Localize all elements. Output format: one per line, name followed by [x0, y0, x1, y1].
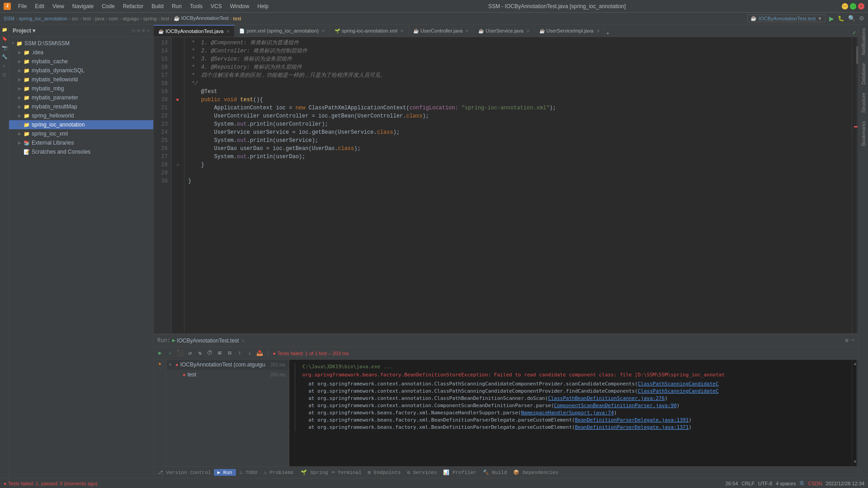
tree-item-external-libs[interactable]: ▶ 📚 External Libraries — [9, 138, 153, 147]
export-icon[interactable]: 📤 — [255, 349, 264, 358]
run-rerun-button[interactable]: ↺ — [185, 349, 194, 358]
sort-dur-icon[interactable]: ⏱ — [205, 349, 214, 358]
stack-link-6[interactable]: BeanDefinitionParserDelegate.java:1391 — [575, 417, 689, 423]
menu-edit[interactable]: Edit — [31, 2, 48, 10]
tab-usercontroller[interactable]: ☕ UserController.java ✕ — [409, 25, 474, 37]
expand-all-icon[interactable]: ⊞ — [215, 349, 224, 358]
breakpoint-icon[interactable]: ● — [176, 97, 179, 103]
terminal-tab[interactable]: ⌨ Terminal — [329, 469, 364, 476]
language-indicator[interactable]: 英 — [799, 480, 804, 487]
run-tab-close-icon[interactable]: ✕ — [241, 338, 244, 343]
menu-view[interactable]: View — [49, 2, 68, 10]
more-tabs-button[interactable]: ▸ — [607, 30, 610, 37]
run-stop-button[interactable]: ⬛ — [175, 349, 184, 358]
tree-item-spring-ioc-annotation[interactable]: ▼ 📁 spring_ioc_annotation — [9, 120, 153, 129]
run-settings-icon[interactable]: ⚙ — [845, 337, 849, 344]
tree-item-spring-ioc-xml[interactable]: ▶ 📁 spring_ioc_xml — [9, 129, 153, 138]
editor-scrollbar[interactable] — [852, 37, 858, 333]
spring-tab[interactable]: 🌱 Spring — [301, 469, 328, 475]
stack-link-1[interactable]: ClassPathScanningCandidateC — [638, 381, 719, 387]
database-tab[interactable]: Database — [860, 61, 867, 86]
tree-item-idea[interactable]: ▶ 📁 .idea — [9, 48, 153, 57]
maximize-button[interactable]: □ — [850, 3, 856, 9]
breadcrumb-module[interactable]: spring_ioc_annotation — [19, 16, 68, 21]
todo-tab[interactable]: ☑ TODO — [237, 469, 260, 476]
menu-window[interactable]: Window — [226, 2, 253, 10]
notifications-tab[interactable]: Notifications — [860, 26, 867, 57]
code-text[interactable]: * 1. @Component: 将类标识为普通组件 * 2. @Control… — [184, 37, 852, 333]
run-tab-config-name[interactable]: IOCByAnnotationTest.test — [177, 338, 239, 344]
cursor-position[interactable]: 26:54 — [726, 481, 738, 486]
profiler-tab[interactable]: 📊 Profiler — [440, 469, 479, 476]
version-control-tab[interactable]: ⎇ Version Control — [157, 469, 211, 475]
tree-item-mybatis-mbg[interactable]: ▶ 📁 mybatis_mbg — [9, 84, 153, 93]
run-output[interactable]: C:\Java\JDK19\bin\java.exe ... org.sprin… — [289, 360, 852, 466]
output-scrollbar[interactable]: ▲ ▼ — [852, 360, 858, 466]
structure-tab[interactable]: Structure — [860, 91, 867, 115]
menu-build[interactable]: Build — [148, 2, 167, 10]
sort-alpha-icon[interactable]: ⇅ — [195, 349, 204, 358]
list-icon[interactable]: ☰ — [1, 71, 8, 79]
tab-close-icon[interactable]: ✕ — [226, 29, 230, 34]
tree-item-mybatis-dynamic[interactable]: ▶ 📁 mybatis_dynamicSQL — [9, 66, 153, 75]
bookmark-icon[interactable]: 🔖 — [1, 35, 8, 42]
camera-icon[interactable]: 📷 — [1, 44, 8, 52]
menu-tools[interactable]: Tools — [186, 2, 206, 10]
test-method-item[interactable]: ● test 203 ms — [166, 370, 289, 380]
line-ending[interactable]: CRLF — [741, 481, 755, 486]
endpoints-tab[interactable]: ⊞ Endpoints — [365, 469, 404, 476]
tree-item-spring-hello[interactable]: ▶ 📁 spring_helloworld — [9, 111, 153, 120]
run-tab[interactable]: ▶ Run — [214, 469, 236, 476]
next-fail-icon[interactable]: ↓ — [245, 349, 254, 358]
debug-button[interactable]: 🐛 — [838, 15, 844, 22]
menu-run[interactable]: Run — [168, 2, 185, 10]
collapse-all-icon[interactable]: ⊟ — [225, 349, 234, 358]
settings-icon[interactable]: ⚙ — [859, 15, 864, 22]
structure-icon[interactable]: ≡ — [1, 62, 8, 70]
wrench-icon[interactable]: 🔧 — [1, 53, 8, 61]
breadcrumb-ssm[interactable]: SSM — [4, 16, 14, 21]
fold-icon[interactable]: ▽ — [177, 163, 179, 168]
indent-setting[interactable]: 4 spaces — [776, 481, 796, 486]
tree-item-mybatis-param[interactable]: ▶ 📁 mybatis_parameter — [9, 93, 153, 102]
tree-item-ssm[interactable]: ▼ 📁 SSM D:\SSM\SSM — [9, 39, 153, 48]
menu-help[interactable]: Help — [254, 2, 272, 10]
prev-fail-icon[interactable]: ↑ — [235, 349, 244, 358]
tab-iocbytest[interactable]: ☕ IOCByAnnotationTest.java ✕ — [154, 25, 235, 37]
run-config-selector[interactable]: ☕ IOCByAnnotationTest.test ▼ — [747, 14, 826, 22]
run-button[interactable]: ▶ — [829, 15, 834, 22]
locate-icon[interactable]: ◎ — [132, 28, 136, 33]
menu-code[interactable]: Code — [98, 2, 118, 10]
tab-close-icon[interactable]: ✕ — [526, 28, 530, 33]
code-editor[interactable]: 13 14 15 16 17 18 19 20 21 22 23 24 25 2… — [154, 37, 858, 333]
bookmarks-tab[interactable]: Bookmarks — [860, 119, 867, 148]
menu-vcs[interactable]: VCS — [207, 2, 226, 10]
collapse-icon[interactable]: ⊟ — [137, 28, 140, 33]
minimize-button[interactable]: ─ — [842, 3, 848, 9]
project-icon[interactable]: 📁 — [1, 26, 8, 33]
tab-userserviceimpl[interactable]: ☕ UserServiceImpl.java ✕ — [535, 25, 605, 37]
status-fail-badge[interactable]: ● Tests failed: 1, passed: 0 (moments ag… — [4, 481, 98, 486]
test-class-item[interactable]: ▼ ● IOCByAnnotationTest (com.atguigu. 20… — [166, 360, 289, 370]
encoding[interactable]: UTF-8 — [758, 481, 772, 486]
scroll-up-icon[interactable]: ▲ — [854, 361, 856, 366]
tab-close-icon[interactable]: ✕ — [465, 28, 469, 33]
tab-userservice[interactable]: ☕ UserService.java ✕ — [474, 25, 534, 37]
stack-link-7[interactable]: BeanDefinitionParserDelegate.java:1371 — [575, 424, 689, 430]
tree-item-scratches[interactable]: 📝 Scratches and Consoles — [9, 147, 153, 156]
breadcrumb-class[interactable]: ☕ IOCByAnnotationTest — [174, 15, 229, 21]
tree-item-mybatis-cache[interactable]: ▶ 📁 mybatis_cache — [9, 57, 153, 66]
menu-refactor[interactable]: Refactor — [119, 2, 147, 10]
tab-close-icon[interactable]: ✕ — [321, 28, 325, 33]
tab-spring-xml[interactable]: 🌱 spring-ioc-annotation.xml ✕ — [330, 25, 409, 37]
settings-panel-icon[interactable]: ⚙ — [142, 28, 145, 33]
close-button[interactable]: ✕ — [858, 3, 864, 9]
run-play-button[interactable]: ▶ — [156, 349, 165, 358]
scroll-down-icon[interactable]: ▼ — [854, 460, 856, 465]
services-tab[interactable]: ⚙ Services — [404, 469, 439, 476]
run-collapse-icon[interactable]: ─ — [851, 337, 854, 344]
menu-file[interactable]: File — [14, 2, 30, 10]
tab-pom[interactable]: 📄 pom.xml (spring_ioc_annotation) ✕ — [235, 25, 330, 37]
hide-panel-icon[interactable]: ✕ — [146, 28, 150, 33]
tab-close-icon[interactable]: ✕ — [400, 28, 404, 33]
